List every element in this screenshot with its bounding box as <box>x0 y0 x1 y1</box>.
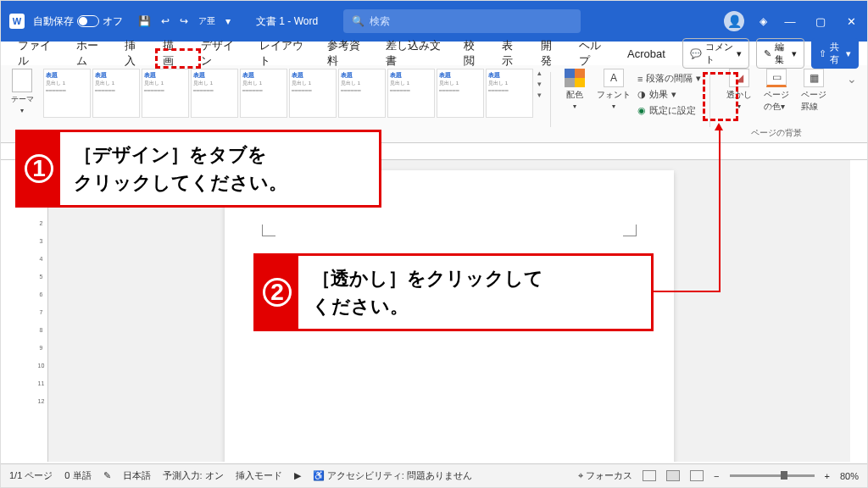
annotation-step-1: 1 ［デザイン］をタブを クリックしてください。 <box>15 130 381 208</box>
zoom-level[interactable]: 80% <box>840 471 859 481</box>
editing-mode-button[interactable]: ✎編集▾ <box>756 38 804 69</box>
status-insert[interactable]: 挿入モード <box>236 469 282 482</box>
close-button[interactable]: ✕ <box>843 15 859 28</box>
macro-icon[interactable]: ▶ <box>294 470 301 481</box>
fonts-button[interactable]: A フォント▾ <box>597 69 631 142</box>
status-predict[interactable]: 予測入力: オン <box>163 469 224 482</box>
margin-corner-icon <box>623 225 637 236</box>
watermark-icon: ◢ <box>729 69 749 87</box>
minimize-button[interactable]: — <box>782 15 798 28</box>
annotation-step-2: 2 ［透かし］をクリックして ください。 <box>253 253 654 331</box>
undo-icon[interactable]: ↩ <box>161 15 170 27</box>
search-box[interactable]: 🔍 検索 <box>343 9 581 33</box>
annotation-2-line2: ください。 <box>312 292 543 320</box>
autosave-state: オフ <box>103 14 123 29</box>
annotation-1-line1: ［デザイン］をタブを <box>74 141 287 169</box>
themes-label: テーマ <box>11 94 34 105</box>
page-color-button[interactable]: ▭ ページの色▾ <box>761 69 792 113</box>
tab-design[interactable]: デザイン <box>199 36 242 70</box>
print-layout-icon[interactable] <box>666 470 680 481</box>
margin-corner-icon <box>262 225 275 236</box>
step-number-icon: 2 <box>263 278 292 307</box>
tab-acrobat[interactable]: Acrobat <box>626 46 667 62</box>
toggle-icon <box>77 15 99 27</box>
themes-icon <box>12 69 32 92</box>
annotation-2-line1: ［透かし］をクリックして <box>312 264 543 292</box>
status-language[interactable]: 日本語 <box>123 469 151 482</box>
fonts-icon: A <box>604 69 624 87</box>
document-title: 文書 1 - Word <box>256 14 318 29</box>
spellcheck-icon[interactable]: ✎ <box>103 470 111 481</box>
zoom-in-button[interactable]: + <box>825 471 830 481</box>
zoom-out-button[interactable]: − <box>714 471 719 481</box>
font-hint[interactable]: ア亜 <box>198 15 215 27</box>
status-page[interactable]: 1/1 ページ <box>9 469 53 482</box>
user-avatar-icon[interactable]: 👤 <box>724 11 744 31</box>
colors-icon <box>565 69 585 87</box>
tab-file[interactable]: ファイル <box>16 36 59 70</box>
tab-review[interactable]: 校閲 <box>462 36 485 70</box>
comments-button[interactable]: 💬コメント▾ <box>682 38 749 69</box>
status-bar: 1/1 ページ 0 単語 ✎ 日本語 予測入力: オン 挿入モード ▶ ♿ アク… <box>1 463 867 487</box>
tab-references[interactable]: 参考資料 <box>326 36 369 70</box>
ribbon-tabs: ファイル ホーム 挿入 描画 デザイン レイアウト 参考資料 差し込み文書 校閲… <box>1 42 867 65</box>
tab-layout[interactable]: レイアウト <box>258 36 310 70</box>
set-default-button[interactable]: ◉ 既定に設定 <box>637 104 696 117</box>
save-icon[interactable]: 💾 <box>138 15 151 27</box>
share-button[interactable]: ⇧共有▾ <box>811 38 859 69</box>
qat-dropdown-icon[interactable]: ▾ <box>225 15 231 27</box>
arrowhead-icon <box>715 123 723 130</box>
paragraph-spacing-button[interactable]: ≡ 段落の間隔 ▾ <box>637 72 701 85</box>
tab-insert[interactable]: 挿入 <box>123 36 146 70</box>
arrow-line <box>654 291 721 292</box>
word-logo-icon: W <box>9 14 25 29</box>
tab-view[interactable]: 表示 <box>500 36 523 70</box>
zoom-slider[interactable] <box>730 474 815 477</box>
web-layout-icon[interactable] <box>690 470 704 481</box>
watermark-button[interactable]: ◢ 透かし▾ <box>724 69 754 113</box>
ribbon-collapse-button[interactable]: ⌄ <box>842 69 862 142</box>
title-bar: W 自動保存 オフ 💾 ↩ ↪ ア亜 ▾ 文書 1 - Word 🔍 検索 👤 … <box>1 1 867 42</box>
search-placeholder: 検索 <box>370 14 390 29</box>
redo-icon[interactable]: ↪ <box>180 15 188 27</box>
read-mode-icon[interactable] <box>643 470 656 481</box>
autosave-toggle[interactable]: 自動保存 オフ <box>33 14 123 29</box>
tab-mailings[interactable]: 差し込み文書 <box>384 36 447 70</box>
effects-button[interactable]: ◑ 効果 ▾ <box>637 88 676 101</box>
arrow-line <box>719 130 721 291</box>
tab-draw[interactable]: 描画 <box>161 36 184 70</box>
tab-developer[interactable]: 開発 <box>539 36 562 70</box>
quick-access-toolbar: 💾 ↩ ↪ ア亜 ▾ <box>138 15 231 27</box>
tab-help[interactable]: ヘルプ <box>577 36 610 70</box>
annotation-1-line2: クリックしてください。 <box>74 169 287 197</box>
tab-home[interactable]: ホーム <box>75 36 108 70</box>
group-page-background-label: ページの背景 <box>751 127 802 142</box>
step-number-icon: 1 <box>25 154 53 183</box>
page-border-icon: ▦ <box>804 69 824 87</box>
status-accessibility[interactable]: ♿ アクセシビリティ: 問題ありません <box>313 469 472 482</box>
search-icon: 🔍 <box>352 15 364 27</box>
page-color-icon: ▭ <box>766 69 787 87</box>
autosave-label: 自動保存 <box>33 14 74 29</box>
diamond-icon[interactable]: ◈ <box>760 15 767 27</box>
page-borders-button[interactable]: ▦ ページ罫線 <box>798 69 829 113</box>
colors-button[interactable]: 配色▾ <box>559 69 590 142</box>
focus-mode-button[interactable]: ⌖ フォーカス <box>578 469 632 482</box>
status-words[interactable]: 0 単語 <box>64 469 91 482</box>
maximize-button[interactable]: ▢ <box>813 15 828 28</box>
